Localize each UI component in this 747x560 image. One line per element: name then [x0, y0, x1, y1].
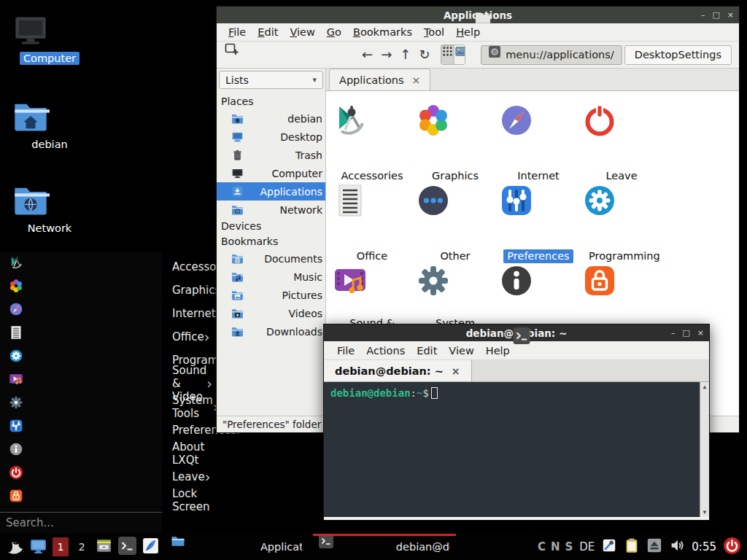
menu-bookmarks[interactable]: Bookmarks — [347, 25, 418, 39]
info-icon — [9, 442, 153, 465]
minimize-button[interactable]: – — [701, 11, 705, 19]
menu-item-office[interactable]: Office› — [0, 325, 162, 349]
menu-help[interactable]: Help — [480, 343, 516, 358]
task-applications[interactable]: Applications — [165, 534, 308, 560]
clipboard-tray-button[interactable] — [624, 537, 640, 556]
sidebar-item-music[interactable]: Music — [217, 268, 325, 286]
menu-item-lock-screen[interactable]: Lock Screen — [0, 489, 162, 512]
removable-media-button[interactable] — [646, 537, 662, 556]
sidebar-mode-selector[interactable]: Lists ▾ — [219, 71, 323, 89]
menu-item-accessories[interactable]: Accessories› — [0, 255, 162, 279]
tab-close-icon[interactable]: × — [452, 365, 460, 377]
new-tab-icon[interactable] — [224, 42, 354, 68]
volume-button[interactable] — [669, 537, 685, 556]
desktop-icon-debian[interactable]: debian — [12, 98, 88, 151]
folder-item-office[interactable]: Office — [333, 183, 411, 263]
folder-item-graphics[interactable]: Graphics — [416, 103, 495, 183]
back-icon[interactable]: ← — [362, 48, 373, 61]
sidebar-item-desktop[interactable]: Desktop — [217, 128, 325, 146]
menu-file[interactable]: File — [331, 343, 360, 358]
workspace-2-button[interactable]: 2 — [74, 537, 90, 556]
sidebar-item-applications[interactable]: Applications — [217, 182, 325, 201]
menu-edit[interactable]: Edit — [411, 343, 443, 358]
folder-item-internet[interactable]: Internet — [499, 103, 578, 183]
menu-item-leave[interactable]: Leave› — [0, 465, 162, 489]
menu-item-about-lxqt[interactable]: About LXQt — [0, 442, 162, 465]
sidebar-header-devices[interactable]: Devices — [217, 219, 325, 234]
downloads-folder-icon — [231, 325, 260, 338]
file-manager-titlebar[interactable]: Applications – □ × — [217, 7, 739, 23]
menu-search-input[interactable] — [6, 516, 156, 529]
menu-view[interactable]: View — [443, 343, 479, 358]
terminal-output[interactable]: debian@debian:~$ ▲ ▼ — [324, 382, 709, 517]
prompt-dollar: $ — [422, 387, 428, 399]
sidebar-header-places[interactable]: Places — [217, 94, 325, 109]
icon-view-button[interactable] — [441, 45, 454, 64]
file-manager-launcher[interactable] — [95, 537, 113, 558]
prompt-user-host: debian@debian — [330, 387, 411, 399]
menu-item-sound-video[interactable]: Sound & Video› — [0, 372, 162, 395]
folder-item-accessories[interactable]: Accessories — [333, 103, 411, 183]
sidebar-item-documents[interactable]: Documents — [217, 249, 325, 268]
path-button-current[interactable]: menu://applications/ — [481, 45, 622, 65]
shutdown-button[interactable] — [723, 537, 741, 558]
maximize-button[interactable]: □ — [712, 11, 719, 19]
folder-item-other[interactable]: Other — [416, 183, 495, 263]
sidebar-item-pictures[interactable]: Pictures — [217, 286, 325, 304]
tab-close-icon[interactable]: × — [412, 74, 421, 86]
show-desktop-button[interactable] — [29, 537, 47, 558]
task-terminal[interactable]: debian@debian: ~ — [313, 534, 456, 560]
sidebar-item-trash[interactable]: Trash — [217, 146, 325, 164]
thumbnail-view-button[interactable] — [454, 45, 465, 64]
terminal-tab[interactable]: debian@debian: ~ × — [324, 360, 472, 381]
minimize-button[interactable]: – — [671, 329, 676, 337]
menu-actions[interactable]: Actions — [360, 343, 411, 358]
tab-applications[interactable]: Applications × — [329, 69, 430, 90]
sidebar-item-debian[interactable]: debian — [217, 109, 325, 128]
sidebar-item-computer[interactable]: Computer — [217, 164, 325, 182]
terminal-launcher[interactable] — [118, 537, 136, 558]
path-button-desktopsettings[interactable]: DesktopSettings — [624, 45, 732, 65]
sidebar-item-downloads[interactable]: Downloads — [217, 322, 325, 341]
menu-edit[interactable]: Edit — [252, 25, 284, 39]
workspace-1-button[interactable]: 1 — [53, 537, 69, 556]
folder-item-preferences[interactable]: Preferences — [499, 183, 578, 263]
folder-item-leave[interactable]: Leave — [582, 103, 661, 183]
maximize-button[interactable]: □ — [682, 329, 689, 337]
menu-item-graphics[interactable]: Graphics› — [0, 279, 162, 302]
menu-file[interactable]: File — [222, 25, 252, 39]
desktop-icon-network[interactable]: Network — [12, 182, 88, 235]
close-button[interactable]: × — [727, 11, 734, 19]
menu-item-system-tools[interactable]: System Tools› — [0, 395, 162, 419]
forward-icon[interactable]: → — [381, 48, 392, 61]
sidebar-item-network[interactable]: Network — [217, 201, 325, 219]
up-icon[interactable]: ↑ — [400, 48, 411, 61]
terminal-scrollbar[interactable]: ▲ ▼ — [700, 382, 709, 517]
terminal-titlebar[interactable]: debian@debian: ~ – □ × — [324, 324, 709, 341]
scroll-down-icon[interactable]: ▼ — [703, 509, 707, 516]
menu-item-programming[interactable]: Programming› — [0, 349, 162, 372]
menu-tool[interactable]: Tool — [418, 25, 450, 39]
menu-item-internet[interactable]: Internet› — [0, 302, 162, 325]
featherpad-launcher[interactable] — [142, 537, 160, 558]
internet-icon — [499, 103, 578, 166]
close-button[interactable]: × — [697, 329, 704, 337]
sidebar-header-bookmarks[interactable]: Bookmarks — [217, 234, 325, 249]
menu-search-box — [0, 512, 162, 534]
menu-item-preferences[interactable]: Preferences› — [0, 419, 162, 442]
scroll-up-icon[interactable]: ▲ — [703, 384, 707, 390]
view-mode-group — [441, 44, 465, 65]
screenshot-tray-button[interactable] — [601, 537, 617, 556]
start-menu-button[interactable] — [4, 536, 24, 559]
menu-go[interactable]: Go — [321, 25, 347, 39]
folder-item-programming[interactable]: Programming — [582, 183, 661, 263]
folder-window-icon — [222, 9, 744, 26]
reload-icon[interactable]: ↻ — [419, 48, 430, 61]
clock[interactable]: 0:55 — [692, 540, 716, 553]
pictures-folder-icon — [231, 289, 276, 301]
keyboard-layout-indicator[interactable]: DE — [579, 540, 595, 553]
desktop-icon-computer[interactable]: Computer — [12, 12, 88, 65]
sidebar-item-videos[interactable]: Videos — [217, 304, 325, 322]
menu-help[interactable]: Help — [450, 25, 486, 39]
menu-view[interactable]: View — [284, 25, 320, 39]
